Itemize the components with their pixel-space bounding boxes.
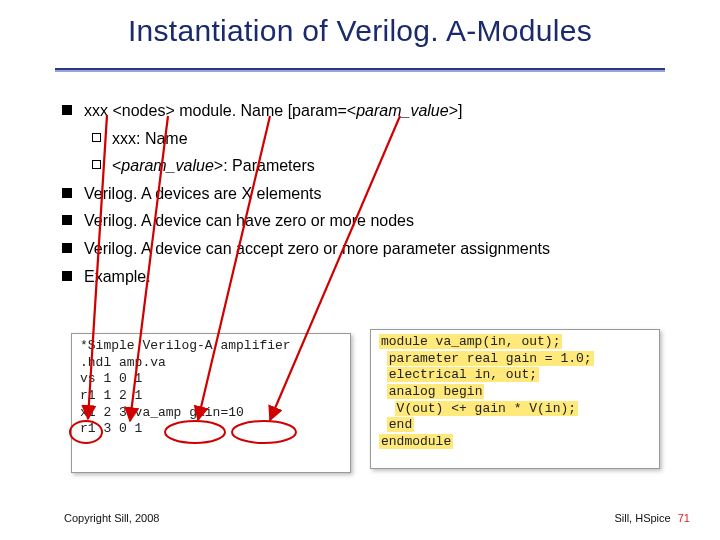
bullet-x-elements: Verilog. A devices are X elements — [58, 181, 680, 207]
footer-right: Sill, HSpice 71 — [614, 512, 690, 524]
bullet-syntax: xxx <nodes> module. Name [param=<param_v… — [58, 98, 680, 124]
slide-content: xxx <nodes> module. Name [param=<param_v… — [58, 98, 680, 291]
copyright: Copyright Sill, 2008 — [64, 512, 159, 524]
bullet-xxx-name: xxx: Name — [90, 126, 680, 152]
bullet-zero-nodes: Verilog. A device can have zero or more … — [58, 208, 680, 234]
netlist-codebox: *Simple Verilog-A amplifier .hdl amp.va … — [71, 333, 351, 473]
slide: Instantiation of Verilog. A-Modules xxx … — [0, 0, 720, 540]
bullet-zero-params: Verilog. A device can accept zero or mor… — [58, 236, 680, 262]
page-number: 71 — [674, 512, 690, 524]
title-underline — [55, 68, 665, 72]
bullet-param-value: <param_value>: Parameters — [90, 153, 680, 179]
footer-label: Sill, HSpice — [614, 512, 670, 524]
example-figure: *Simple Verilog-A amplifier .hdl amp.va … — [65, 325, 665, 485]
bullet-example: Example: — [58, 264, 680, 290]
slide-title: Instantiation of Verilog. A-Modules — [0, 14, 720, 48]
module-codebox: module va_amp(in, out); parameter real g… — [370, 329, 660, 469]
